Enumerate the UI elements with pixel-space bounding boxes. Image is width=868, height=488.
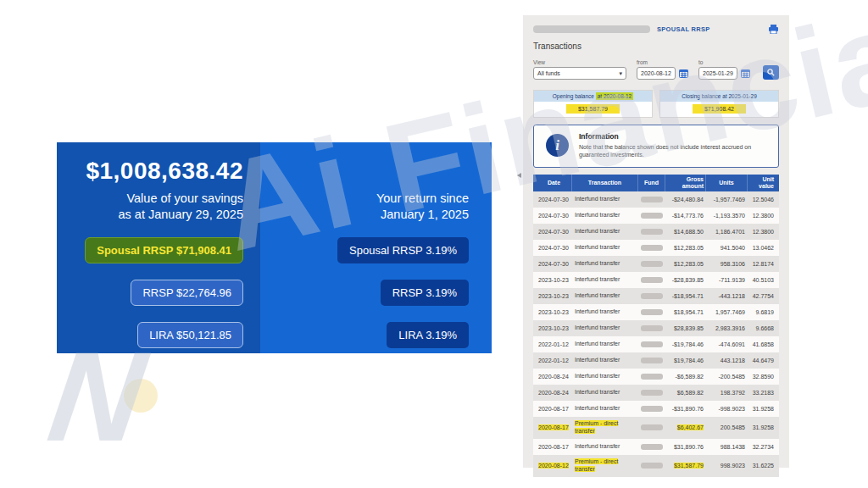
calendar-icon <box>679 69 688 78</box>
from-label: from <box>637 59 676 65</box>
info-title: Information <box>579 132 753 141</box>
transaction-row: 2023-10-23Interfund transfer-$18,954.71-… <box>533 288 779 304</box>
transaction-row: 2020-08-17Interfund transfer-$31,890.76-… <box>533 401 779 417</box>
closing-balance-box: Closing balance at 2025-01-29 $71,908.42 <box>659 90 779 118</box>
balance-summary: Opening balance at 2020-08-12 $31,587.79… <box>533 90 779 118</box>
fund-cell <box>638 444 665 450</box>
panel-header: SPOUSAL RRSP <box>533 24 779 34</box>
search-button[interactable] <box>763 65 779 80</box>
fund-cell <box>638 325 665 331</box>
unit-value-cell: 42.7754 <box>753 293 774 299</box>
date-cell: 2022-01-12 <box>538 358 569 363</box>
fund-redacted-blob <box>641 444 663 450</box>
cell: 2020-08-12 <box>533 463 572 469</box>
cell: -$6,589.82 <box>665 374 706 380</box>
cell: 2024-07-30 <box>533 229 572 235</box>
savings-caption-line1: Value of your savings <box>126 191 243 205</box>
cell: 33.2183 <box>748 390 778 396</box>
units-cell: -474.6091 <box>718 341 745 347</box>
view-select[interactable]: All funds ▾ <box>533 67 626 80</box>
unit-value-cell: 31.9258 <box>753 406 774 412</box>
fund-redacted-blob <box>641 277 663 283</box>
cell: 443.1218 <box>706 358 748 363</box>
fund-redacted-blob <box>641 358 663 363</box>
cell: 198.3792 <box>706 390 748 396</box>
cell: -1,193.3570 <box>706 213 748 219</box>
date-cell: 2024-07-30 <box>538 245 569 251</box>
transaction-row: 2024-07-30Interfund transfer$14,688.501,… <box>533 224 779 240</box>
cell: 40.5103 <box>748 277 778 283</box>
unit-value-cell: 40.5103 <box>753 277 774 283</box>
transaction-row: 2023-10-23Interfund transfer$18,954.711,… <box>533 304 779 320</box>
savings-caption-line2: as at January 29, 2025 <box>118 208 243 221</box>
date-cell: 2024-07-30 <box>538 229 569 235</box>
opening-balance-date-highlighted: at 2020-08-12 <box>596 92 633 100</box>
account-value-button[interactable]: RRSP $22,764.96 <box>131 280 243 306</box>
units-cell: 1,186.4701 <box>715 229 745 235</box>
return-value-button[interactable]: Spousal RRSP 3.19% <box>337 237 469 263</box>
date-cell: 2023-10-23 <box>538 293 569 299</box>
fund-cell <box>638 406 665 412</box>
cell: 42.7754 <box>748 293 778 299</box>
gross-amount-cell: $6,402.67 <box>677 424 704 430</box>
date-cell: 2023-10-23 <box>538 277 569 283</box>
return-value-button[interactable]: RRSP 3.19% <box>381 280 469 306</box>
account-value-button[interactable]: Spousal RRSP $71,908.41 <box>85 237 243 263</box>
gross-amount-cell: -$28,839.85 <box>672 277 704 283</box>
units-cell: 988.1438 <box>721 444 745 450</box>
fund-redacted-blob <box>641 309 663 315</box>
cell: -$18,954.71 <box>665 293 706 299</box>
cell: 2020-08-24 <box>533 390 572 396</box>
fund-redacted-blob <box>641 374 663 380</box>
cell: Interfund transfer <box>572 244 638 251</box>
transaction-type-cell: Interfund transfer <box>575 443 620 449</box>
gross-amount-cell: -$18,954.71 <box>672 293 704 299</box>
cell: 31.6225 <box>748 463 778 469</box>
return-section: Your return since January 1, 2025 Spousa… <box>260 142 492 353</box>
from-calendar-button[interactable] <box>679 69 688 78</box>
unit-value-cell: 12.5046 <box>753 197 774 202</box>
printer-icon <box>768 25 779 34</box>
gross-amount-cell: $28,839.85 <box>674 325 704 331</box>
opening-balance-label-text: Opening balance <box>553 93 594 99</box>
to-label: to <box>698 59 737 65</box>
cell: 2023-10-23 <box>533 309 572 315</box>
account-value-button[interactable]: LIRA $50,121.85 <box>137 322 243 348</box>
transactions-title: Transactions <box>533 42 779 51</box>
unit-value-cell: 31.6225 <box>753 463 774 469</box>
cell: Interfund transfer <box>572 308 638 315</box>
cell: 31.9258 <box>748 424 778 430</box>
units-cell: -200.5485 <box>718 374 745 380</box>
chevron-down-icon: ▾ <box>619 70 622 77</box>
date-cell: 2024-07-30 <box>538 261 569 267</box>
to-calendar-button[interactable] <box>741 69 750 78</box>
units-cell: -443.1218 <box>718 293 745 299</box>
column-header: Date <box>533 175 572 191</box>
date-cell: 2020-08-17 <box>538 424 569 430</box>
units-cell: 198.3792 <box>721 390 745 396</box>
fund-redacted-blob <box>641 245 663 251</box>
fund-redacted-blob <box>641 213 663 219</box>
print-button[interactable] <box>768 25 779 34</box>
cell: 9.6819 <box>748 309 778 315</box>
gross-amount-cell: $31,890.76 <box>674 444 704 450</box>
gross-amount-cell: $12,283.05 <box>674 245 704 251</box>
cell: Interfund transfer <box>572 292 638 299</box>
from-date-input[interactable]: 2020-08-12 <box>637 67 676 80</box>
units-cell: -711.9139 <box>719 277 745 283</box>
info-icon: i <box>546 134 569 157</box>
cell: 12.8174 <box>748 261 778 267</box>
opening-balance-label: Opening balance at 2020-08-12 <box>534 91 652 102</box>
cell: Interfund transfer <box>572 357 638 363</box>
information-callout: i Information Note that the balance show… <box>533 125 779 168</box>
gross-amount-cell: -$6,589.82 <box>676 374 704 380</box>
to-date-input[interactable]: 2025-01-29 <box>698 67 737 80</box>
transaction-row: 2022-01-12Interfund transfer$19,784.4644… <box>533 352 779 369</box>
cell: Interfund transfer <box>572 341 638 347</box>
transaction-type-cell: Interfund transfer <box>575 260 620 266</box>
return-value-button[interactable]: LIRA 3.19% <box>387 322 469 348</box>
table-header-row: DateTransactionFundGross amountUnitsUnit… <box>533 175 779 191</box>
cell: $12,283.05 <box>665 261 706 267</box>
transaction-type-cell: Premium - direct transfer <box>575 420 618 433</box>
account-buttons: Spousal RRSP $71,908.41RRSP $22,764.96LI… <box>85 237 243 348</box>
